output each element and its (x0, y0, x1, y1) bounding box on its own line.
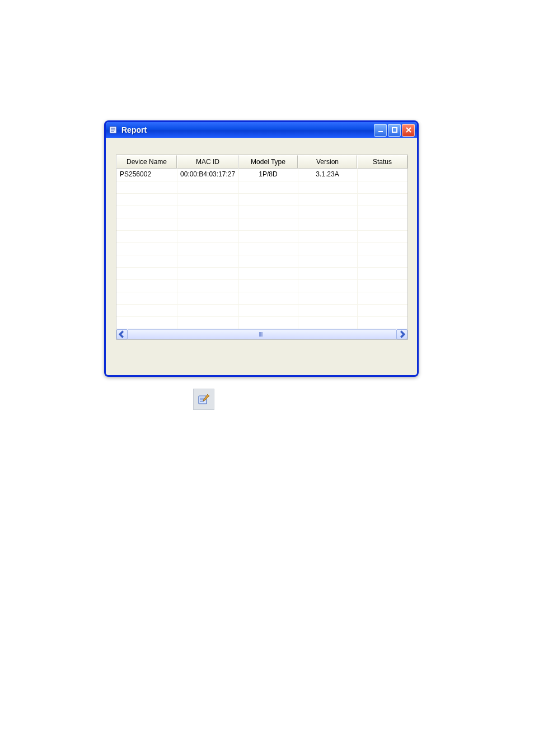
client-area: Device Name MAC ID Model Type Version St… (106, 138, 417, 375)
scroll-track[interactable] (128, 329, 396, 339)
report-window: Report Device Name (104, 120, 419, 377)
scroll-right-button[interactable] (396, 329, 407, 339)
scroll-thumb-grip-icon (259, 332, 265, 337)
col-status[interactable]: Status (357, 155, 407, 169)
close-button[interactable] (402, 124, 415, 137)
horizontal-scrollbar[interactable] (116, 329, 407, 339)
cell-version: 3.1.23A (298, 169, 357, 181)
cell-status (357, 169, 407, 181)
svg-rect-5 (392, 128, 397, 132)
table-row[interactable]: PS256002 00:00:B4:03:17:27 1P/8D 3.1.23A (116, 169, 407, 181)
svg-rect-4 (378, 131, 383, 132)
cell-model-type: 1P/8D (238, 169, 298, 181)
table-body[interactable]: PS256002 00:00:B4:03:17:27 1P/8D 3.1.23A (116, 169, 407, 329)
report-icon (193, 389, 214, 410)
app-icon (109, 125, 118, 134)
report-table[interactable]: Device Name MAC ID Model Type Version St… (116, 155, 408, 340)
cell-device-name: PS256002 (116, 169, 177, 181)
col-mac-id[interactable]: MAC ID (177, 155, 238, 169)
table-header: Device Name MAC ID Model Type Version St… (116, 155, 407, 169)
window-controls (374, 124, 415, 137)
minimize-button[interactable] (374, 124, 387, 137)
window-title: Report (121, 125, 374, 134)
col-device-name[interactable]: Device Name (116, 155, 177, 169)
cell-mac-id: 00:00:B4:03:17:27 (177, 169, 238, 181)
col-version[interactable]: Version (298, 155, 357, 169)
col-model-type[interactable]: Model Type (238, 155, 298, 169)
titlebar[interactable]: Report (106, 122, 417, 138)
maximize-button[interactable] (388, 124, 401, 137)
scroll-left-button[interactable] (116, 329, 128, 339)
